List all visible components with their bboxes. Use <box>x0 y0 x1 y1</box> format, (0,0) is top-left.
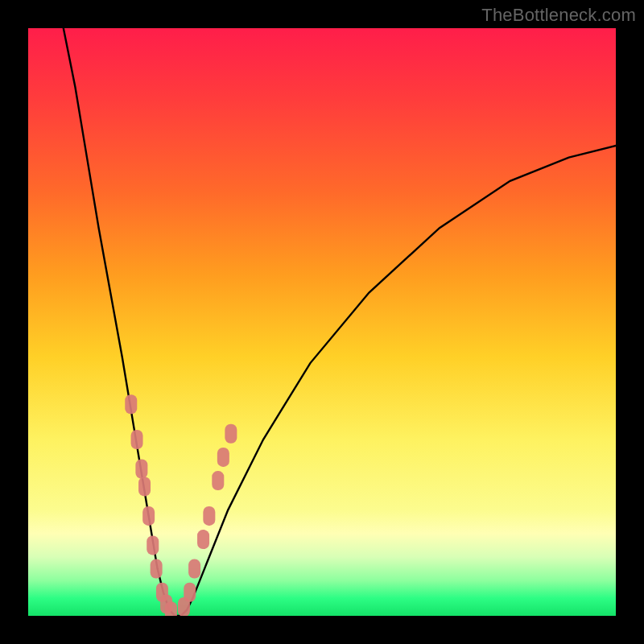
data-marker <box>131 430 143 449</box>
data-marker <box>178 597 190 616</box>
curve-svg <box>28 28 616 616</box>
data-marker <box>184 583 196 602</box>
data-marker <box>142 506 155 526</box>
bottleneck-curve <box>64 28 616 616</box>
data-marker <box>212 471 224 490</box>
data-marker <box>138 477 151 496</box>
data-marker <box>217 448 229 467</box>
data-marker <box>135 460 147 479</box>
data-marker <box>147 535 159 555</box>
data-marker <box>165 601 177 616</box>
data-marker <box>203 506 215 526</box>
watermark-text: TheBottleneck.com <box>481 5 636 26</box>
data-marker <box>225 424 237 444</box>
data-marker <box>160 594 172 613</box>
data-marker <box>197 530 209 549</box>
data-marker <box>156 583 168 602</box>
plot-area <box>28 28 616 616</box>
chart-frame: TheBottleneck.com <box>0 0 644 644</box>
data-marker <box>125 394 137 414</box>
data-marker <box>151 559 163 579</box>
data-marker <box>188 559 200 579</box>
